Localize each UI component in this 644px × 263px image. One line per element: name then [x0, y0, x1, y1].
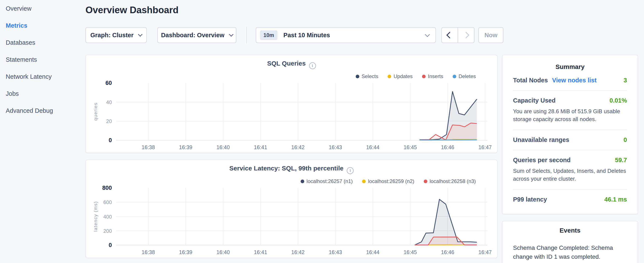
- x-tick-label: 16:40: [216, 249, 230, 255]
- events-title: Events: [513, 221, 627, 234]
- sidebar-item-metrics[interactable]: Metrics: [0, 17, 86, 34]
- y-tick-label: 200: [103, 228, 112, 234]
- time-pager: [442, 27, 474, 43]
- summary-label: P99 latency: [513, 196, 547, 203]
- summary-label: Total Nodes: [513, 77, 548, 84]
- x-tick-label: 16:39: [179, 144, 192, 150]
- summary-row-queries-per-second: Queries per second 59.7 Sum of Selects, …: [513, 150, 627, 190]
- summary-value: 3: [624, 77, 627, 84]
- graph-scope-label: Graph: Cluster: [90, 32, 134, 39]
- event-message: Schema Change Completed: Schema change w…: [513, 243, 627, 261]
- sidebar-item-advanced-debug[interactable]: Advanced Debug: [0, 102, 86, 119]
- dashboard-dropdown[interactable]: Dashboard: Overview: [157, 27, 236, 43]
- summary-row-capacity-used: Capacity Used 0.01% You are using 28.6 M…: [513, 91, 627, 130]
- summary-row-total-nodes: Total Nodes View nodes list 3: [513, 70, 627, 91]
- x-tick-label: 16:43: [329, 249, 342, 255]
- summary-row-unavailable-ranges: Unavailable ranges 0: [513, 130, 627, 150]
- sidebar: Overview Metrics Databases Statements Ne…: [0, 0, 86, 263]
- summary-label: Unavailable ranges: [513, 136, 569, 143]
- summary-value: 0: [624, 136, 627, 143]
- sql-queries-plot[interactable]: 16:3816:3916:4016:4116:4216:4316:4416:45…: [86, 55, 498, 153]
- time-range-badge: 10m: [260, 31, 278, 40]
- view-nodes-list-link[interactable]: View nodes list: [552, 77, 596, 84]
- sidebar-item-jobs[interactable]: Jobs: [0, 85, 86, 102]
- chevron-down-icon: [425, 32, 430, 37]
- events-panel: Events Schema Change Completed: Schema c…: [502, 221, 638, 263]
- x-tick-label: 16:47: [478, 249, 492, 255]
- y-tick-label: 800: [102, 185, 112, 191]
- y-tick-label: 0: [109, 242, 112, 248]
- time-range-label: Past 10 Minutes: [284, 32, 330, 39]
- x-tick-label: 16:41: [254, 144, 267, 150]
- x-tick-label: 16:40: [216, 144, 230, 150]
- chevron-down-icon: [229, 32, 233, 37]
- summary-row-p99-latency: P99 latency 46.1 ms: [513, 190, 627, 209]
- x-tick-label: 16:47: [478, 144, 492, 150]
- page-title: Overview Dashboard: [86, 5, 178, 15]
- now-button-label: Now: [484, 32, 497, 39]
- x-tick-label: 16:46: [441, 144, 454, 150]
- summary-value: 46.1 ms: [604, 196, 627, 203]
- dashboard-controls: Graph: Cluster Dashboard: Overview 10m P…: [86, 27, 498, 44]
- summary-value: 0.01%: [610, 97, 627, 104]
- x-tick-label: 16:39: [179, 249, 192, 255]
- sql-queries-chart-card: SQL Queriesi SelectsUpdatesInsertsDelete…: [86, 55, 498, 153]
- graph-scope-dropdown[interactable]: Graph: Cluster: [86, 27, 147, 43]
- x-tick-label: 16:45: [404, 144, 417, 150]
- x-tick-label: 16:45: [404, 249, 417, 255]
- service-latency-plot[interactable]: 16:3816:3916:4016:4116:4216:4316:4416:45…: [86, 160, 498, 258]
- y-tick-label: 40: [106, 99, 112, 105]
- x-tick-label: 16:42: [291, 249, 305, 255]
- summary-panel: Summary Total Nodes View nodes list 3 Ca…: [502, 55, 638, 214]
- previous-timespan-button[interactable]: [442, 28, 458, 43]
- event-list-item[interactable]: Schema Change Completed: Schema change w…: [513, 243, 627, 263]
- x-tick-label: 16:38: [142, 144, 155, 150]
- y-tick-label: 600: [103, 199, 112, 205]
- toolbar-divider: [246, 27, 247, 43]
- sidebar-item-databases[interactable]: Databases: [0, 34, 86, 51]
- y-tick-label: 20: [106, 118, 112, 124]
- summary-description: Sum of Selects, Updates, Inserts, and De…: [513, 167, 627, 183]
- main-content: Overview Dashboard Graph: Cluster Dashbo…: [86, 0, 498, 263]
- y-tick-label: 0: [109, 137, 112, 143]
- x-tick-label: 16:42: [291, 144, 305, 150]
- sidebar-item-overview[interactable]: Overview: [0, 0, 86, 17]
- summary-label: Queries per second: [513, 157, 571, 164]
- summary-title: Summary: [513, 55, 627, 70]
- service-latency-chart-card: Service Latency: SQL, 99th percentilei l…: [86, 160, 498, 258]
- y-tick-label: 400: [103, 214, 112, 220]
- sidebar-item-network-latency[interactable]: Network Latency: [0, 68, 86, 85]
- dashboard-dropdown-label: Dashboard: Overview: [161, 32, 224, 39]
- time-range-dropdown[interactable]: 10m Past 10 Minutes: [256, 27, 436, 43]
- x-tick-label: 16:43: [329, 144, 342, 150]
- summary-value: 59.7: [615, 157, 627, 164]
- summary-label: Capacity Used: [513, 97, 556, 104]
- y-tick-label: 60: [106, 80, 112, 86]
- x-tick-label: 16:38: [142, 249, 155, 255]
- right-sidebar: Summary Total Nodes View nodes list 3 Ca…: [502, 55, 638, 263]
- x-tick-label: 16:44: [366, 144, 380, 150]
- chevron-down-icon: [138, 32, 142, 37]
- now-button[interactable]: Now: [478, 27, 504, 43]
- summary-description: You are using 28.6 MiB of 515.9 GiB usab…: [513, 107, 627, 123]
- x-tick-label: 16:46: [441, 249, 454, 255]
- sidebar-item-statements[interactable]: Statements: [0, 51, 86, 68]
- chevron-right-icon: [463, 32, 469, 38]
- x-tick-label: 16:41: [254, 249, 267, 255]
- next-timespan-button[interactable]: [458, 28, 474, 43]
- x-tick-label: 16:44: [366, 249, 380, 255]
- chevron-left-icon: [446, 32, 453, 38]
